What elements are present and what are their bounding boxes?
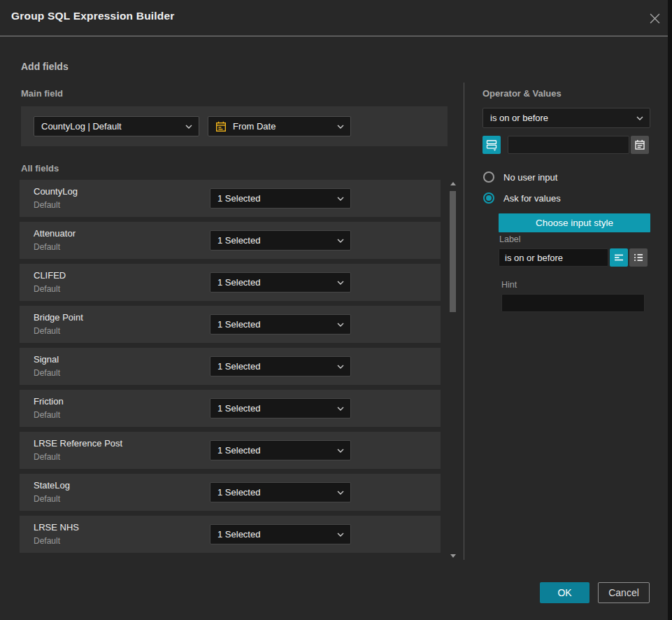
main-field-date-dropdown[interactable]: From Date [208,116,351,136]
radio-no-user-input[interactable]: No user input [483,171,557,183]
selection-value: 1 Selected [217,529,260,540]
field-row-signal: Signal Default 1 Selected [20,348,441,385]
scrollbar-down-arrow-icon[interactable] [450,554,456,558]
radio-ask-for-values[interactable]: Ask for values [483,192,561,204]
radio-circle-icon [483,192,494,204]
field-subtitle: Default [34,368,60,378]
hint-field-label: Hint [501,280,517,290]
field-subtitle: Default [34,536,60,546]
dialog-title: Group SQL Expression Builder [11,10,175,22]
chevron-down-icon [337,125,344,129]
field-name: StateLog [34,480,70,491]
selection-value: 1 Selected [217,403,260,414]
scrollbar-up-arrow-icon[interactable] [450,182,456,185]
radio-label: Ask for values [503,193,561,204]
field-selection-dropdown[interactable]: 1 Selected [210,482,351,502]
field-subtitle: Default [34,242,60,252]
field-name: Signal [34,354,59,365]
chevron-down-icon [337,197,344,201]
selection-value: 1 Selected [217,277,260,288]
chevron-down-icon [636,116,643,120]
close-icon[interactable] [647,10,662,26]
field-name: CLIFED [34,270,66,281]
field-subtitle: Default [34,494,60,504]
operator-dropdown-value: is on or before [490,113,548,123]
scrollbar-thumb[interactable] [450,191,456,312]
field-row-attenuator: Attenuator Default 1 Selected [20,222,441,259]
field-row-lrse-reference-post: LRSE Reference Post Default 1 Selected [20,432,441,469]
selection-value: 1 Selected [217,319,260,330]
field-name: Bridge Point [34,312,83,323]
operator-values-heading: Operator & Values [482,88,562,99]
calendar-icon [215,121,227,132]
selection-value: 1 Selected [217,235,260,246]
chevron-down-icon [185,125,192,129]
selection-value: 1 Selected [217,193,260,204]
chevron-down-icon [337,407,344,411]
chevron-down-icon [337,323,344,327]
list-style-icon[interactable] [629,248,648,267]
field-subtitle: Default [34,200,60,210]
field-row-bridge-point: Bridge Point Default 1 Selected [20,306,441,343]
field-name: LRSE NHS [34,522,79,533]
chevron-down-icon [337,365,344,369]
radio-label: No user input [503,172,557,183]
selection-value: 1 Selected [217,487,260,498]
field-row-countylog: CountyLog Default 1 Selected [20,180,441,217]
group-sql-expression-builder-dialog: Group SQL Expression Builder Add fields … [0,0,672,620]
field-subtitle: Default [34,326,60,336]
chevron-down-icon [337,533,344,537]
field-selection-dropdown[interactable]: 1 Selected [210,440,351,460]
field-selection-dropdown[interactable]: 1 Selected [210,524,351,544]
chevron-down-icon [337,491,344,495]
vertical-divider [464,83,464,560]
field-row-friction: Friction Default 1 Selected [20,390,441,427]
date-dropdown-value: From Date [233,121,276,132]
radio-circle-icon [483,171,494,183]
cancel-button[interactable]: Cancel [598,582,650,603]
ok-button[interactable]: OK [540,582,589,603]
field-selection-dropdown[interactable]: 1 Selected [210,314,351,334]
all-fields-label: All fields [21,163,59,174]
unique-values-icon[interactable] [482,136,501,154]
add-fields-heading: Add fields [21,61,69,72]
background-app-strip [668,0,672,620]
field-selection-dropdown[interactable]: 1 Selected [210,230,351,251]
field-subtitle: Default [34,410,60,420]
main-field-panel: CountyLog | Default From Date [21,106,448,146]
layer-dropdown-value: CountyLog | Default [41,121,122,132]
label-input[interactable] [499,248,608,267]
selection-value: 1 Selected [217,361,260,372]
field-selection-dropdown[interactable]: 1 Selected [210,272,351,293]
field-selection-dropdown[interactable]: 1 Selected [210,398,351,418]
title-divider [0,36,668,36]
field-name: Friction [34,396,64,407]
field-selection-dropdown[interactable]: 1 Selected [210,356,351,376]
field-subtitle: Default [34,452,60,462]
operator-dropdown[interactable]: is on or before [482,108,650,128]
calendar-picker-icon[interactable] [631,136,649,154]
field-name: Attenuator [34,228,76,239]
field-name: CountyLog [34,186,78,197]
main-field-label: Main field [21,88,63,99]
single-line-style-icon[interactable] [610,248,628,267]
chevron-down-icon [337,239,344,243]
field-row-clifed: CLIFED Default 1 Selected [20,264,441,301]
chevron-down-icon [337,449,344,453]
choose-input-style-button[interactable]: Choose input style [499,213,650,232]
chevron-down-icon [337,281,344,285]
label-field-label: Label [499,234,521,244]
field-row-statelog: StateLog Default 1 Selected [20,474,441,511]
main-field-layer-dropdown[interactable]: CountyLog | Default [34,116,199,136]
field-selection-dropdown[interactable]: 1 Selected [210,188,351,209]
field-subtitle: Default [34,284,60,294]
field-row-lrse-nhs: LRSE NHS Default 1 Selected [20,516,441,553]
field-name: LRSE Reference Post [34,438,122,449]
hint-input[interactable] [501,294,645,312]
selection-value: 1 Selected [217,445,260,456]
date-value-input[interactable] [508,136,629,154]
